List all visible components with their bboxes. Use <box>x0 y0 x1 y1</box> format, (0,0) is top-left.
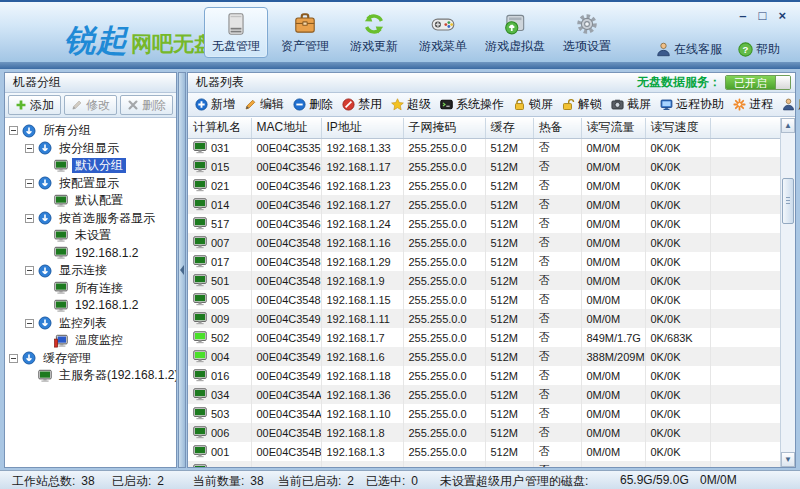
cell-computer-name: 006 <box>211 427 229 439</box>
online-service-link[interactable]: 在线客服 <box>656 41 722 58</box>
tree-item-all-groups[interactable]: 所有分组 <box>5 122 176 140</box>
cell-name: 009 <box>188 309 251 328</box>
table-row[interactable]: 00700E04C354817192.168.1.16255.255.0.051… <box>188 233 780 252</box>
close-icon[interactable]: × <box>778 10 786 22</box>
service-state-badge: 已开启 <box>726 76 775 89</box>
tree-item-default-config[interactable]: 默认配置 <box>5 192 176 210</box>
tree-item-server-unset[interactable]: 未设置 <box>5 227 176 245</box>
process-button[interactable]: 进程 <box>729 94 777 115</box>
lock-screen-button[interactable]: 锁屏 <box>509 94 557 115</box>
column-header[interactable]: MAC地址 <box>251 118 321 138</box>
table-row[interactable]: 00400E04C3549C3192.168.1.6255.255.0.0512… <box>188 347 780 366</box>
nav-tab-gear[interactable]: 选项设置 <box>555 7 619 58</box>
edit-machine-button[interactable]: 编辑 <box>240 94 288 115</box>
table-row[interactable]: 51700E04C354666192.168.1.24255.255.0.051… <box>188 214 780 233</box>
nav-tab-vdisk[interactable]: 游戏虚拟盘 <box>480 7 550 58</box>
table-row[interactable]: 03400E04C354A90192.168.1.36255.255.0.051… <box>188 385 780 404</box>
table-row[interactable]: 01600E04C3549C6192.168.1.18255.255.0.051… <box>188 366 780 385</box>
collapse-icon[interactable] <box>25 214 34 223</box>
column-header[interactable]: IP地址 <box>321 118 403 138</box>
table-row[interactable]: 50200E04C354985192.168.1.7255.255.0.0512… <box>188 328 780 347</box>
nav-tab-label: 选项设置 <box>560 38 614 55</box>
delete-machine-button[interactable]: 删除 <box>289 94 337 115</box>
monitor-icon <box>54 229 68 243</box>
tree-item-by-config[interactable]: 按配置显示 <box>5 175 176 193</box>
scroll-thumb[interactable] <box>782 178 794 224</box>
table-row[interactable]: 00100E04C354B55192.168.1.3255.255.0.0512… <box>188 442 780 461</box>
tree-item-server-192-168-1-2[interactable]: 192.168.1.2 <box>5 245 176 263</box>
cell-hot-standby: 否 <box>533 366 581 385</box>
nav-tab-disk[interactable]: 无盘管理 <box>204 7 268 58</box>
status-current-count: 当前数量:38 <box>193 473 264 489</box>
tree-item-show-connections[interactable]: 显示连接 <box>5 262 176 280</box>
add-machine-button[interactable]: 新增 <box>191 94 239 115</box>
table-row[interactable]: 00900E04C354977192.168.1.11255.255.0.051… <box>188 309 780 328</box>
table-row[interactable]: 50300E04C354AE2192.168.1.10255.255.0.051… <box>188 404 780 423</box>
panel-splitter[interactable] <box>178 72 186 468</box>
edit-group-button[interactable]: 修改 <box>64 95 117 115</box>
scroll-up-arrow[interactable]: ▲ <box>781 118 795 133</box>
tree-item-connection-192-168-1-2[interactable]: 192.168.1.2 <box>5 297 176 315</box>
service-button[interactable]: 服务 <box>778 94 800 115</box>
column-header[interactable]: 读写速度 <box>645 118 710 138</box>
tree-item-cache-management[interactable]: 缓存管理 <box>5 350 176 368</box>
column-header[interactable]: 计算机名 <box>188 118 251 138</box>
table-row[interactable]: 50100E04C354871192.168.1.9255.255.0.0512… <box>188 271 780 290</box>
collapse-icon[interactable] <box>9 126 18 135</box>
collapse-icon[interactable] <box>25 144 34 153</box>
collapse-icon[interactable] <box>25 266 34 275</box>
column-header[interactable]: 缓存 <box>485 118 533 138</box>
nav-tab-refresh[interactable]: 游戏更新 <box>342 7 406 58</box>
super-user-button[interactable]: 超级 <box>387 94 435 115</box>
column-header[interactable]: 子网掩码 <box>403 118 485 138</box>
remote-assist-button[interactable]: 远程协助 <box>656 94 728 115</box>
maximize-icon[interactable]: □ <box>759 10 767 22</box>
unlock-screen-button[interactable]: 解锁 <box>558 94 606 115</box>
button-label: 截屏 <box>627 96 651 113</box>
delete-group-button[interactable]: 删除 <box>120 95 173 115</box>
cell-computer-name: 009 <box>211 313 229 325</box>
cell-mac: 00E04C354817 <box>251 233 321 252</box>
group-icon <box>22 124 36 138</box>
cell-mask: 255.255.0.0 <box>403 157 485 176</box>
collapse-icon[interactable] <box>25 179 34 188</box>
disable-machine-button[interactable]: 禁用 <box>338 94 386 115</box>
table-row[interactable]: 00600E04C354B31192.168.1.8255.255.0.0512… <box>188 423 780 442</box>
tree-item-monitor-list[interactable]: 监控列表 <box>5 315 176 333</box>
table-row[interactable]: 02000E04C354B8F192.168.1.22255.255.0.051… <box>188 461 780 467</box>
nav-tab-gamepad[interactable]: 游戏菜单 <box>411 7 475 58</box>
tree-item-all-connections[interactable]: 所有连接 <box>5 280 176 298</box>
system-operation-button[interactable]: 系统操作 <box>436 94 508 115</box>
cell-computer-name: 502 <box>211 332 229 344</box>
vertical-scrollbar[interactable]: ▲ ▼ <box>780 118 795 467</box>
tree-item-label: 按首选服务器显示 <box>56 211 158 226</box>
column-header[interactable]: 热备 <box>533 118 581 138</box>
scroll-down-arrow[interactable]: ▼ <box>781 452 795 467</box>
tree-item-default-group[interactable]: 默认分组 <box>5 157 176 175</box>
collapse-icon[interactable] <box>25 319 34 328</box>
minimize-icon[interactable]: – <box>739 10 746 22</box>
tree-item-main-server[interactable]: 主服务器(192.168.1.2) <box>5 367 176 385</box>
table-row[interactable]: 01500E04C354636192.168.1.17255.255.0.051… <box>188 157 780 176</box>
help-link[interactable]: 帮助 <box>738 41 780 58</box>
machine-table: 计算机名MAC地址IP地址子网掩码缓存热备读写流量读写速度 03100E04C3… <box>188 118 780 467</box>
add-group-button[interactable]: 添加 <box>8 95 61 115</box>
cell-mask: 255.255.0.0 <box>403 366 485 385</box>
tree-item-by-group[interactable]: 按分组显示 <box>5 140 176 158</box>
tree-item-by-preferred-server[interactable]: 按首选服务器显示 <box>5 210 176 228</box>
monitor-on-icon <box>193 331 207 344</box>
tree-item-temperature-monitor[interactable]: 温度监控 <box>5 332 176 350</box>
table-row[interactable]: 03100E04C353555192.168.1.33255.255.0.051… <box>188 138 780 157</box>
table-row[interactable]: 02100E04C35463A192.168.1.23255.255.0.051… <box>188 176 780 195</box>
diskless-service-toggle[interactable]: 已开启 <box>725 75 791 90</box>
nav-tab-briefcase[interactable]: 资产管理 <box>273 7 337 58</box>
table-row[interactable]: 00500E04C3548B3192.168.1.15255.255.0.051… <box>188 290 780 309</box>
cell-name: 014 <box>188 195 251 214</box>
column-header[interactable]: 读写流量 <box>581 118 645 138</box>
table-row[interactable]: 01400E04C354655192.168.1.27255.255.0.051… <box>188 195 780 214</box>
toggle-knob <box>775 76 790 89</box>
cell-empty <box>710 290 780 309</box>
collapse-icon[interactable] <box>9 354 18 363</box>
table-row[interactable]: 01700E04C354862192.168.1.29255.255.0.051… <box>188 252 780 271</box>
screenshot-button[interactable]: 截屏 <box>607 94 655 115</box>
